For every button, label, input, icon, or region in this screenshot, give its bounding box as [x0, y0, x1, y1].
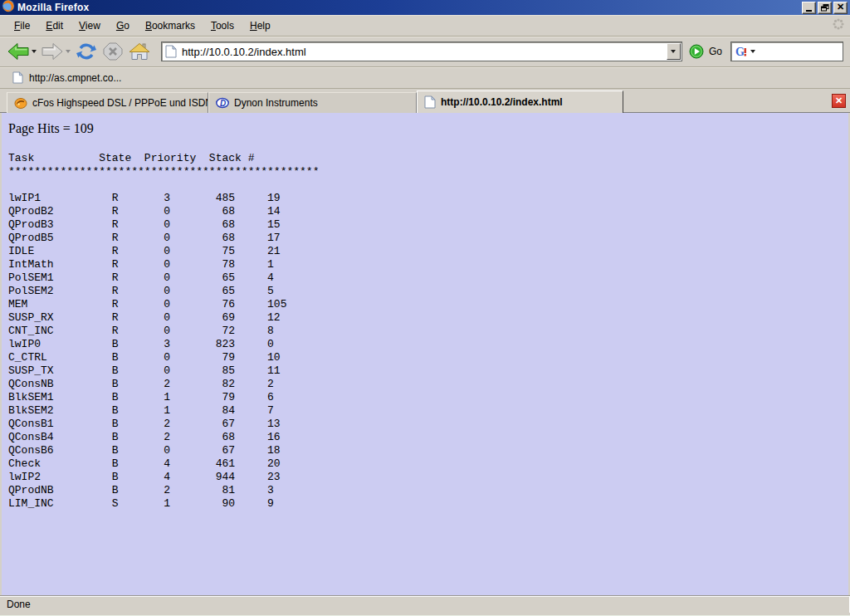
menu-help[interactable]: Help [242, 17, 279, 35]
search-box[interactable]: G [730, 42, 843, 61]
url-bar[interactable] [161, 42, 682, 61]
page-content: Page Hits = 109 Task State Priority Stac… [0, 113, 850, 595]
page-hits-text: Page Hits = 109 [8, 121, 848, 136]
google-engine-icon: G [735, 45, 748, 58]
tab-active-device-page[interactable]: http://10.0.10.2/index.html [417, 90, 623, 113]
tab-label: Dynon Instruments [234, 97, 318, 109]
cfos-favicon-icon [14, 96, 27, 110]
stop-button[interactable] [100, 40, 126, 63]
go-icon [689, 44, 704, 59]
navigation-toolbar: Go G [0, 37, 850, 67]
task-table: Task State Priority Stack # ************… [8, 152, 848, 511]
reload-icon [76, 42, 97, 61]
go-label: Go [709, 46, 722, 57]
close-button[interactable]: ✕ [833, 2, 848, 14]
minimize-button[interactable] [802, 2, 816, 14]
go-button[interactable]: Go [689, 44, 722, 59]
stop-icon [102, 42, 124, 61]
home-button[interactable] [126, 40, 153, 63]
dynon-favicon-icon: D [216, 96, 229, 110]
browser-window: Mozilla Firefox ✕ File Edit View Go Book… [0, 0, 850, 616]
menu-file[interactable]: File [7, 17, 38, 35]
bookmark-label: http://as.cmpnet.co... [29, 72, 121, 84]
url-input[interactable] [182, 44, 667, 59]
search-input[interactable] [755, 46, 843, 58]
window-bottom-edge [0, 613, 850, 616]
svg-text:D: D [220, 99, 226, 108]
page-icon [165, 45, 177, 58]
tab-dynon[interactable]: D Dynon Instruments [208, 92, 417, 113]
tab-label: cFos Highspeed DSL / PPPoE und ISDN CAP.… [32, 97, 208, 109]
tab-label: http://10.0.10.2/index.html [441, 96, 563, 108]
back-arrow-icon [7, 42, 29, 61]
status-text: Done [7, 599, 31, 610]
forward-dropdown-caret[interactable] [66, 50, 71, 53]
forward-button[interactable] [39, 41, 73, 62]
restore-button[interactable] [818, 2, 832, 14]
back-button[interactable] [5, 41, 39, 62]
menu-bookmarks[interactable]: Bookmarks [138, 17, 203, 35]
reload-button[interactable] [73, 40, 100, 63]
svg-text:G: G [735, 46, 745, 58]
bookmark-item[interactable]: http://as.cmpnet.co... [7, 70, 126, 86]
menu-view[interactable]: View [71, 17, 109, 35]
throbber-icon [832, 17, 845, 34]
tab-bar: cFos Highspeed DSL / PPPoE und ISDN CAP.… [0, 89, 850, 113]
title-bar: Mozilla Firefox ✕ [0, 0, 850, 15]
back-dropdown-caret[interactable] [32, 50, 37, 53]
tab-cfos[interactable]: cFos Highspeed DSL / PPPoE und ISDN CAP.… [7, 92, 208, 113]
url-dropdown-button[interactable] [667, 43, 681, 60]
window-title: Mozilla Firefox [17, 2, 89, 13]
close-tab-button[interactable]: ✕ [832, 94, 846, 108]
page-icon [12, 71, 23, 84]
menu-bar: File Edit View Go Bookmarks Tools Help [0, 15, 850, 37]
home-icon [129, 42, 150, 61]
bookmarks-toolbar: http://as.cmpnet.co... [0, 67, 850, 89]
page-icon [424, 95, 436, 109]
menu-go[interactable]: Go [109, 17, 138, 35]
menu-edit[interactable]: Edit [38, 17, 71, 35]
status-bar: Done [0, 595, 850, 613]
forward-arrow-icon [42, 42, 63, 61]
menu-tools[interactable]: Tools [203, 17, 242, 35]
firefox-logo-icon [2, 0, 15, 16]
